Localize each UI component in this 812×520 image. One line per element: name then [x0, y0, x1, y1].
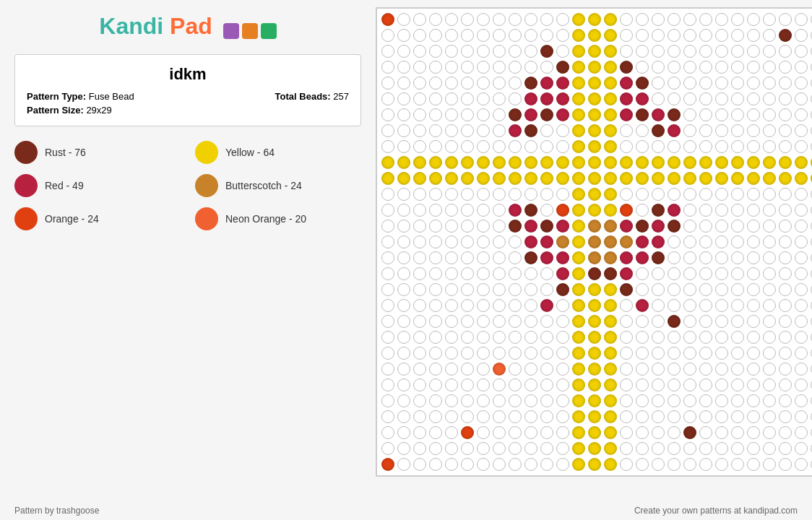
bead — [396, 107, 412, 123]
meta-left: Pattern Type: Fuse Bead Pattern Size: 29… — [27, 91, 134, 116]
bead — [602, 345, 618, 361]
bead — [491, 441, 507, 456]
bead — [539, 298, 555, 313]
bead — [571, 75, 587, 91]
bead-row — [380, 329, 812, 345]
bead — [523, 250, 539, 266]
bead — [571, 27, 587, 43]
bead — [459, 456, 475, 472]
bead — [809, 329, 812, 345]
color-name: Orange - 24 — [45, 213, 99, 225]
bead — [777, 313, 793, 329]
bead — [809, 456, 812, 472]
bead — [555, 218, 571, 234]
bead — [571, 218, 587, 234]
bead — [602, 75, 618, 91]
bead — [491, 123, 507, 139]
bead — [539, 155, 555, 170]
bead — [380, 377, 396, 393]
bead — [761, 234, 777, 250]
bead — [730, 75, 746, 91]
bead — [618, 409, 634, 425]
bead — [698, 202, 714, 218]
bead — [475, 43, 491, 59]
bead — [730, 282, 746, 298]
bead — [380, 329, 396, 345]
bead — [714, 441, 730, 456]
bead — [412, 409, 428, 425]
bead — [634, 170, 650, 186]
bead — [730, 202, 746, 218]
bead — [380, 298, 396, 313]
bead — [698, 75, 714, 91]
bead — [555, 377, 571, 393]
bead — [587, 456, 602, 472]
bead — [761, 123, 777, 139]
bead — [539, 425, 555, 441]
bead — [475, 75, 491, 91]
bead — [507, 91, 523, 107]
bead — [602, 59, 618, 75]
bead — [555, 91, 571, 107]
bead — [714, 155, 730, 170]
bead — [666, 266, 682, 282]
bead — [634, 27, 650, 43]
bead — [396, 345, 412, 361]
bead — [491, 27, 507, 43]
bead — [507, 409, 523, 425]
bead — [714, 218, 730, 234]
bead — [587, 441, 602, 456]
bead — [459, 91, 475, 107]
bead — [746, 456, 761, 472]
bead — [539, 186, 555, 202]
bead — [571, 43, 587, 59]
bead — [555, 361, 571, 377]
bead — [587, 155, 602, 170]
bead — [682, 27, 698, 43]
bead — [523, 27, 539, 43]
bead — [809, 218, 812, 234]
bead — [539, 107, 555, 123]
bead — [507, 234, 523, 250]
bead — [761, 59, 777, 75]
bead — [555, 234, 571, 250]
bead — [761, 345, 777, 361]
bead — [777, 12, 793, 27]
bead — [523, 393, 539, 409]
bead — [459, 377, 475, 393]
bead — [602, 43, 618, 59]
color-swatch — [14, 174, 38, 197]
bead — [777, 27, 793, 43]
bead — [491, 12, 507, 27]
bead — [682, 441, 698, 456]
bead — [809, 266, 812, 282]
bead — [809, 361, 812, 377]
bead — [412, 377, 428, 393]
bead — [730, 409, 746, 425]
color-item: Red - 49 — [14, 174, 181, 197]
bead — [730, 59, 746, 75]
bead — [793, 329, 809, 345]
bead — [555, 59, 571, 75]
bead — [714, 139, 730, 155]
bead — [428, 282, 444, 298]
bead — [666, 377, 682, 393]
bead — [666, 329, 682, 345]
bead — [746, 202, 761, 218]
bead — [714, 170, 730, 186]
bead — [682, 282, 698, 298]
bead — [412, 361, 428, 377]
bead-row — [380, 202, 812, 218]
bead — [650, 218, 666, 234]
bead — [793, 170, 809, 186]
bead — [634, 59, 650, 75]
pattern-size: Pattern Size: 29x29 — [27, 105, 134, 116]
bead — [555, 27, 571, 43]
bead — [555, 12, 571, 27]
bead — [809, 107, 812, 123]
bead — [523, 75, 539, 91]
bead — [571, 155, 587, 170]
bead — [793, 313, 809, 329]
bead — [650, 27, 666, 43]
bead — [602, 107, 618, 123]
